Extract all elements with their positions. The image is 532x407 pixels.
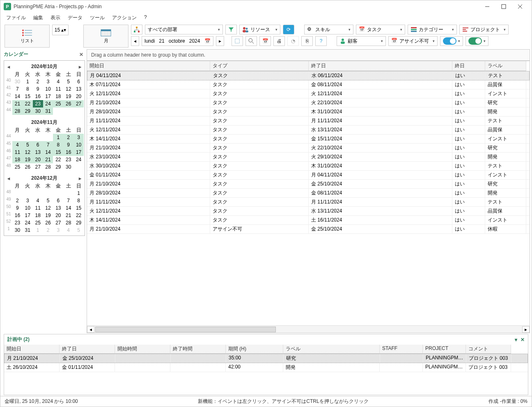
table-row[interactable]: 月 11/11/2024タスク月 11/11/2024はいテスト: [87, 117, 530, 126]
calendar-day[interactable]: 16: [12, 212, 23, 219]
menu-編集[interactable]: 編集: [33, 14, 43, 21]
column-header[interactable]: ラベル: [283, 345, 380, 354]
calendar-day[interactable]: 17: [73, 149, 84, 156]
toggle2[interactable]: ▾: [466, 36, 488, 46]
calendar-day[interactable]: 21: [63, 212, 73, 219]
calendar-day[interactable]: 4: [12, 141, 23, 149]
calendar-day[interactable]: 8: [53, 141, 63, 149]
calendar-day[interactable]: 19: [63, 93, 73, 100]
calendar-day[interactable]: 1: [33, 226, 43, 234]
column-header[interactable]: 開始時間: [115, 345, 170, 354]
calendar-day[interactable]: 10: [23, 204, 33, 212]
table-row[interactable]: 月 28/10/2024タスク金 08/11/2024はい開発: [87, 189, 530, 198]
project-dropdown[interactable]: プロジェクト▾: [459, 25, 509, 34]
resource-dropdown[interactable]: リソース▾: [239, 25, 280, 34]
table-row[interactable]: 金 01/11/2024タスク月 04/11/2024はいインスト: [87, 171, 530, 180]
unassign-dropdown[interactable]: 📅アサイン不可▾: [388, 36, 438, 46]
calendar-day[interactable]: 21: [43, 156, 53, 163]
toggle1[interactable]: ▾: [440, 36, 463, 46]
calendar-day[interactable]: [23, 190, 33, 197]
calendar-day[interactable]: 27: [33, 163, 43, 171]
calendar-day[interactable]: 14: [43, 149, 53, 156]
column-header[interactable]: 開始日: [4, 345, 60, 354]
close-button[interactable]: [512, 0, 528, 13]
calendar-day[interactable]: 20: [53, 212, 63, 219]
table-row[interactable]: 火 12/11/2024タスク火 12/11/2024はいインスト: [87, 89, 530, 98]
calendar-day[interactable]: 25: [53, 100, 63, 107]
maximize-button[interactable]: [495, 0, 512, 13]
calendar-day[interactable]: 19: [43, 212, 53, 219]
table-row[interactable]: 水 23/10/2024タスク火 29/10/2024はい開発: [87, 153, 530, 162]
calendar-day[interactable]: 10: [43, 85, 53, 93]
menu-ツール[interactable]: ツール: [90, 14, 105, 21]
table-row[interactable]: 月 04/11/2024タスク水 06/11/2024はいテスト: [87, 71, 530, 80]
column-header[interactable]: 期間 (H): [226, 345, 283, 354]
date-picker[interactable]: lundi21octobre2024 📅: [142, 36, 213, 46]
calendar-day[interactable]: 23: [12, 219, 23, 226]
calendar-day[interactable]: 24: [23, 219, 33, 226]
column-header[interactable]: 終了日: [60, 345, 115, 354]
calendar-day[interactable]: 6: [53, 197, 63, 204]
panel-close-icon[interactable]: ✕: [79, 52, 83, 57]
refresh-icon[interactable]: ⟳: [283, 25, 294, 34]
calendar-day[interactable]: 16: [63, 149, 73, 156]
calendar-day[interactable]: 9: [12, 204, 23, 212]
table-row[interactable]: 月 21/10/2024アサイン不可金 25/10/2024はい休暇: [87, 225, 530, 234]
today-icon[interactable]: 📅: [259, 36, 271, 46]
calendar-day[interactable]: 4: [53, 78, 63, 85]
date-prev-button[interactable]: ◂: [131, 36, 139, 46]
list-view-button[interactable]: リスト: [5, 25, 50, 48]
calendar-day[interactable]: [23, 134, 33, 141]
column-header[interactable]: コメント: [466, 345, 511, 354]
calendar-day[interactable]: [63, 190, 73, 197]
calendar-day[interactable]: 1: [53, 134, 63, 141]
calendar-day[interactable]: 15: [53, 149, 63, 156]
cal-prev-icon[interactable]: ◂: [7, 176, 10, 181]
calendar-day[interactable]: 12: [23, 149, 33, 156]
calendar-day[interactable]: 30: [12, 78, 23, 85]
calendar-day[interactable]: 28: [63, 219, 73, 226]
calendar-day[interactable]: 13: [53, 204, 63, 212]
calendar-day[interactable]: 16: [33, 93, 43, 100]
calendar-day[interactable]: 5: [63, 78, 73, 85]
department-dropdown[interactable]: すべての部署▾: [145, 25, 223, 34]
calendar-day[interactable]: 13: [33, 149, 43, 156]
calendar-day[interactable]: 7: [12, 85, 23, 93]
filter-icon[interactable]: [225, 25, 237, 34]
cal-next-icon[interactable]: ▸: [79, 64, 81, 70]
calendar-day[interactable]: 5: [73, 226, 84, 234]
calendar-day[interactable]: 18: [12, 156, 23, 163]
calendar-day[interactable]: 25: [12, 163, 23, 171]
search-icon[interactable]: [245, 36, 257, 46]
customer-dropdown[interactable]: 顧客▾: [337, 36, 386, 46]
calendar-day[interactable]: [33, 134, 43, 141]
calendar-day[interactable]: 14: [12, 93, 23, 100]
calendar-day[interactable]: 22: [53, 156, 63, 163]
menu-?[interactable]: ?: [144, 14, 147, 21]
calendar-day[interactable]: 2: [43, 226, 53, 234]
calendar-day[interactable]: 2: [63, 134, 73, 141]
print-icon[interactable]: 🖨: [273, 36, 285, 46]
table-row[interactable]: 水 30/10/2024タスク木 31/10/2024はいテスト: [87, 162, 530, 171]
cal-prev-icon[interactable]: ◂: [7, 64, 10, 70]
table-row[interactable]: 月 21/10/2024タスク火 22/10/2024はい研究: [87, 144, 530, 153]
calendar-day[interactable]: [12, 134, 23, 141]
column-header[interactable]: タイプ: [210, 61, 309, 71]
menu-表示[interactable]: 表示: [50, 14, 60, 21]
calendar-day[interactable]: 27: [73, 100, 84, 107]
task-dropdown[interactable]: 📅タスク▾: [356, 25, 405, 34]
calendar-day[interactable]: 20: [73, 93, 84, 100]
calendar-day[interactable]: 4: [63, 226, 73, 234]
table-row[interactable]: 月 21/10/2024タスク金 25/10/2024はい研究: [87, 180, 530, 189]
calendar-day[interactable]: 29: [23, 107, 33, 115]
table-row[interactable]: 木 14/11/2024タスク金 15/11/2024はいインスト: [87, 135, 530, 144]
calendar-day[interactable]: 31: [23, 226, 33, 234]
calendar-day[interactable]: 7: [63, 197, 73, 204]
calendar-day[interactable]: 9: [63, 141, 73, 149]
calendar-day[interactable]: [43, 190, 53, 197]
calendar-day[interactable]: 15: [73, 204, 84, 212]
table-row[interactable]: 木 14/11/2024タスク土 16/11/2024はいインスト: [87, 216, 530, 225]
calendar-day[interactable]: [53, 190, 63, 197]
calendar-day[interactable]: 17: [23, 212, 33, 219]
calendar-day[interactable]: 3: [73, 134, 84, 141]
